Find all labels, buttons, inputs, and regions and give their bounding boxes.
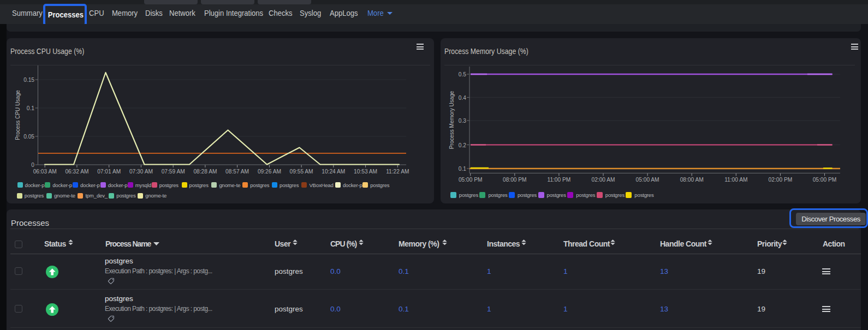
svg-text:0.1: 0.1 bbox=[459, 166, 466, 172]
svg-text:Process CPU Usage: Process CPU Usage bbox=[15, 90, 21, 140]
svg-text:08:00 AM: 08:00 AM bbox=[680, 177, 704, 183]
svg-text:11:00 AM: 11:00 AM bbox=[724, 177, 747, 183]
svg-text:05:00 AM: 05:00 AM bbox=[636, 177, 659, 183]
svg-text:Process Memory Usage: Process Memory Usage bbox=[449, 91, 455, 149]
svg-text:0: 0 bbox=[31, 162, 34, 168]
svg-text:0.2: 0.2 bbox=[459, 142, 466, 148]
svg-text:0.1: 0.1 bbox=[27, 105, 34, 111]
svg-text:0.05: 0.05 bbox=[23, 134, 34, 140]
svg-text:02:00 AM: 02:00 AM bbox=[591, 177, 615, 183]
svg-text:10:53 AM: 10:53 AM bbox=[354, 169, 377, 175]
svg-text:08:28 AM: 08:28 AM bbox=[193, 169, 217, 175]
svg-text:08:00 PM: 08:00 PM bbox=[503, 177, 527, 183]
svg-text:07:59 AM: 07:59 AM bbox=[162, 169, 185, 175]
svg-text:09:26 AM: 09:26 AM bbox=[258, 169, 281, 175]
svg-text:02:00 PM: 02:00 PM bbox=[769, 177, 793, 183]
svg-text:0.5: 0.5 bbox=[459, 71, 466, 77]
svg-text:0.15: 0.15 bbox=[23, 77, 34, 83]
svg-text:11:00 PM: 11:00 PM bbox=[547, 177, 570, 183]
svg-text:08:57 AM: 08:57 AM bbox=[225, 169, 249, 175]
svg-text:05:00 PM: 05:00 PM bbox=[813, 177, 837, 183]
svg-text:0.4: 0.4 bbox=[459, 95, 466, 101]
svg-text:10:24 AM: 10:24 AM bbox=[322, 169, 345, 175]
svg-text:11:22 AM: 11:22 AM bbox=[386, 169, 409, 175]
svg-text:09:55 AM: 09:55 AM bbox=[290, 169, 313, 175]
svg-text:0.3: 0.3 bbox=[459, 118, 466, 124]
svg-text:05:00 PM: 05:00 PM bbox=[459, 177, 483, 183]
svg-text:07:01 AM: 07:01 AM bbox=[97, 169, 121, 175]
svg-text:07:30 AM: 07:30 AM bbox=[129, 169, 153, 175]
svg-text:06:32 AM: 06:32 AM bbox=[65, 169, 88, 175]
svg-text:06:03 AM: 06:03 AM bbox=[33, 169, 57, 175]
